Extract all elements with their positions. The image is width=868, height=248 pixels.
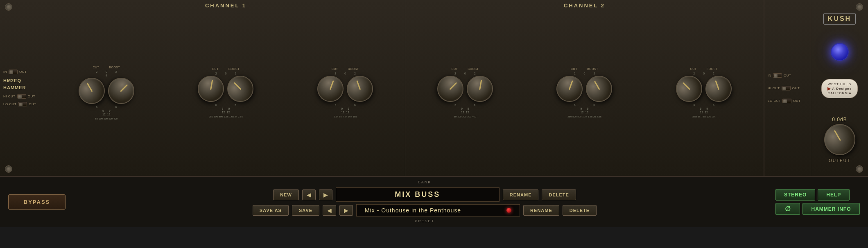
ch1-band3-top: CUT BOOST: [332, 68, 359, 70]
ch2-b2-cut-knob[interactable]: [553, 72, 586, 106]
phase-button[interactable]: ∅: [775, 203, 800, 215]
ch2-b1-cut-knob[interactable]: [432, 70, 469, 108]
ch1-b2-bot-scale: 99: [222, 107, 230, 110]
ch2-in-switch[interactable]: [773, 73, 782, 78]
ch2-b2-bot-scale: 99: [581, 107, 589, 110]
ch1-in-out-row: IN OUT: [3, 70, 36, 74]
ch2-in-label: IN: [768, 74, 771, 77]
ch2-band1-top: CUT BOOST: [451, 68, 479, 70]
ch1-hicut-switch[interactable]: [17, 94, 26, 99]
bot-right-btn-row: ∅ HAMMER INFO: [775, 203, 860, 215]
ch1-in-switch[interactable]: [9, 70, 18, 74]
new-button[interactable]: NEW: [273, 189, 299, 200]
ch2-b2-boost-knob[interactable]: [581, 71, 617, 106]
bottom-bar: BYPASS BANK NEW ◀ ▶ MIX BUSS RENAME DELE…: [0, 176, 868, 227]
kush-logo: KUSH: [823, 13, 856, 25]
power-led[interactable]: [831, 43, 849, 61]
ch2-hicut-label: HI CUT: [768, 86, 780, 90]
ch2-hicut-out: OUT: [792, 86, 800, 90]
ch2-out-label: OUT: [784, 74, 791, 77]
ch1-b1-scale2: 4: [106, 74, 107, 77]
ch2-b3-freqs: 3.5k 5k 7.5k 10k 15k: [692, 115, 715, 118]
save-button[interactable]: SAVE: [292, 205, 319, 216]
ch1-b1-cut-knob[interactable]: [74, 73, 109, 108]
ch1-b2-cut-knob[interactable]: [196, 74, 226, 104]
ch1-b1-bot2-scale: 1212: [102, 113, 111, 116]
ch1-b3-cut-lbl: CUT: [332, 68, 338, 70]
ch1-b2-bot2-scale: 1212: [222, 111, 230, 114]
preset-led: [506, 208, 511, 213]
preset-next-button[interactable]: ▶: [339, 205, 353, 216]
a-designs-line1: WEST HILLS: [827, 82, 852, 86]
left-info-panel: IN OUT HM2EQ HAMMER HI CUT OUT LO CUT OU…: [0, 0, 45, 176]
a-designs-badge: WEST HILLS ▶ A Designs CALIFORNIA: [821, 79, 858, 99]
help-button[interactable]: HELP: [818, 189, 850, 201]
center-controls: BANK NEW ◀ ▶ MIX BUSS RENAME DELETE SAVE…: [84, 180, 766, 224]
ch2-b3-boost-knob[interactable]: [702, 72, 735, 106]
rack-screw-bl: [5, 165, 12, 173]
ch2-b3-knobs: [676, 76, 732, 102]
ch1-band1-top: CUT BOOST: [93, 66, 120, 69]
ch2-locut-switch[interactable]: [782, 99, 791, 103]
ch2-b3-bot-scale: 99: [700, 107, 708, 110]
ch1-band2-top: CUT BOOST: [212, 68, 240, 70]
rack-screw-tl: [5, 3, 12, 11]
ch1-b3-bot-scale: 99: [341, 107, 349, 110]
ch1-band3: CUT BOOST 202 6x6: [317, 68, 373, 118]
channel2-section: CHANNEL 2 CUT BOOST 202: [405, 0, 764, 176]
ch2-b1-scale: 202: [454, 72, 476, 75]
preset-prev-button[interactable]: ◀: [323, 205, 336, 216]
ch1-b1-boost-knob[interactable]: [103, 72, 140, 109]
ch2-b3-mid-scale: 6x6: [693, 104, 714, 106]
save-as-button[interactable]: SAVE AS: [253, 205, 289, 216]
ch2-band3-top: CUT BOOST: [690, 68, 718, 70]
ch1-b1-knobs: [79, 78, 134, 104]
rename-preset-button[interactable]: RENAME: [523, 205, 559, 216]
ch2-b3-cut-lbl: CUT: [690, 68, 697, 70]
ch2-locut-label: LO CUT: [768, 99, 781, 103]
stereo-button[interactable]: STEREO: [775, 189, 815, 201]
a-designs-logo-row: ▶ A Designs: [827, 86, 852, 91]
ch2-b1-boost-knob[interactable]: [465, 74, 495, 104]
preset-name-display: Mix - Outhouse in the Penthouse: [356, 204, 520, 216]
ch1-locut-switch[interactable]: [18, 102, 27, 106]
ch1-b3-knobs: [317, 76, 373, 102]
ch2-band3: CUT BOOST 202 6x6: [676, 68, 732, 118]
bank-label: BANK: [84, 180, 766, 184]
ch2-band2-top: CUT BOOST: [571, 68, 598, 70]
ch1-b1-scale: 202: [96, 70, 117, 73]
ch1-b2-mid-scale: 6x6: [215, 104, 236, 106]
ch2-b1-bot-scale: 99: [461, 107, 469, 110]
ch2-locut-row: LO CUT OUT: [768, 99, 801, 103]
bypass-button[interactable]: BYPASS: [8, 194, 66, 210]
ch2-side-controls: IN OUT HI CUT OUT LO CUT OUT: [764, 0, 809, 176]
ch2-b1-mid-scale: 6x6: [454, 104, 475, 106]
hammer-info-button[interactable]: HAMMER INFO: [802, 203, 860, 215]
delete-preset-button[interactable]: DELETE: [563, 205, 597, 216]
unit-name-label: HM2EQ HAMMER: [3, 77, 36, 91]
bottom-rows: BYPASS BANK NEW ◀ ▶ MIX BUSS RENAME DELE…: [8, 180, 860, 224]
rename-bank-button[interactable]: RENAME: [503, 189, 539, 200]
ch1-b1-bot-scale: 99: [102, 109, 111, 112]
ch2-locut-out: OUT: [793, 99, 800, 103]
ch1-b3-cut-knob[interactable]: [314, 72, 347, 106]
bank-next-button[interactable]: ▶: [319, 189, 332, 200]
ch2-b2-boost-lbl: BOOST: [587, 68, 598, 70]
output-knob[interactable]: [818, 118, 861, 161]
ch2-hicut-switch[interactable]: [782, 86, 791, 90]
ch2-b3-boost-lbl: BOOST: [707, 68, 718, 70]
rack-screw-tr: [856, 3, 863, 11]
bank-name-display: MIX BUSS: [336, 187, 500, 202]
ch1-out-label: OUT: [19, 70, 27, 74]
ch1-locut-label: LO CUT: [3, 102, 16, 106]
a-designs-line3: CALIFORNIA: [827, 91, 852, 95]
ch1-b2-cut-lbl: CUT: [212, 68, 219, 70]
ch2-b2-freqs: 250 500 800 1.2k 1.6k 2k 2.5k: [567, 115, 601, 118]
ch1-b3-boost-knob[interactable]: [343, 72, 377, 106]
preset-label: PRESET: [84, 219, 766, 223]
delete-bank-button[interactable]: DELETE: [542, 189, 576, 200]
ch1-hicut-label: HI CUT: [3, 95, 16, 98]
ch2-b3-cut-knob[interactable]: [671, 70, 708, 108]
bank-prev-button[interactable]: ◀: [302, 189, 316, 200]
ch1-b2-boost-knob[interactable]: [222, 70, 259, 108]
